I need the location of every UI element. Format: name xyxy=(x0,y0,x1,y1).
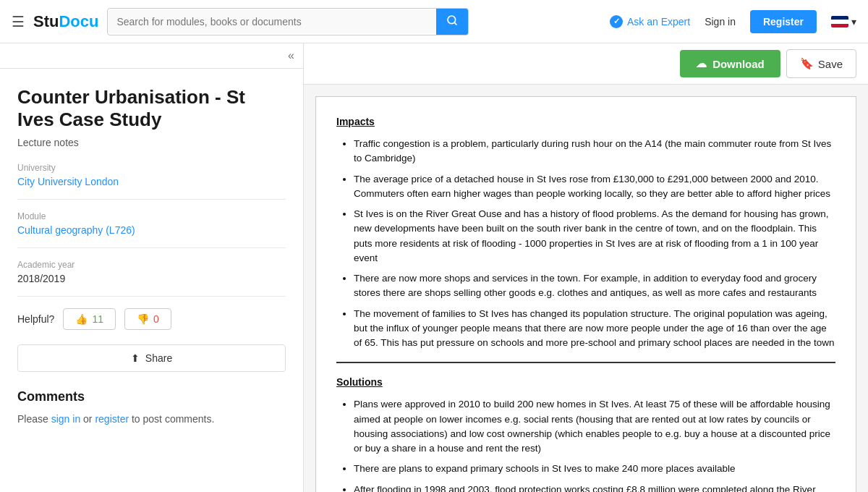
list-item: Traffic congestion is a problem, particu… xyxy=(354,137,835,166)
logo: StuDocu xyxy=(33,12,98,31)
sidebar: « Counter Urbanisation - St Ives Case St… xyxy=(0,43,304,492)
bookmark-icon: 🔖 xyxy=(800,57,814,70)
document-type: Lecture notes xyxy=(17,137,286,148)
list-item: The average price of a detached house in… xyxy=(354,172,835,202)
content-toolbar: ☁ Download 🔖 Save xyxy=(304,43,868,85)
university-value[interactable]: City University London xyxy=(17,176,286,187)
document-title: Counter Urbanisation - St Ives Case Stud… xyxy=(17,86,286,131)
ask-expert-link[interactable]: ✓ Ask an Expert xyxy=(610,15,690,28)
comments-title: Comments xyxy=(17,389,286,404)
register-link-comments[interactable]: register xyxy=(95,413,129,425)
module-value[interactable]: Cultural geography (L726) xyxy=(17,224,286,236)
solutions-title: Solutions xyxy=(336,375,835,390)
sidebar-toolbar: « xyxy=(0,43,303,69)
comments-section: Comments Please sign in or register to p… xyxy=(17,389,286,425)
register-button[interactable]: Register xyxy=(750,10,817,33)
main-layout: « Counter Urbanisation - St Ives Case St… xyxy=(0,43,868,492)
download-button[interactable]: ☁ Download xyxy=(680,50,780,77)
list-item: After flooding in 1998 and 2003, flood p… xyxy=(354,483,835,493)
academic-year-section: Academic year 2018/2019 xyxy=(17,260,286,297)
helpful-label: Helpful? xyxy=(17,313,54,325)
ask-expert-label: Ask an Expert xyxy=(627,16,690,27)
solutions-list: Plans were approved in 2010 to build 200… xyxy=(336,397,835,492)
module-label: Module xyxy=(17,211,286,221)
downvote-button[interactable]: 👎 0 xyxy=(124,308,171,330)
list-item: There are now more shops and services in… xyxy=(354,271,835,301)
academic-year-value: 2018/2019 xyxy=(17,273,286,284)
document-viewer: Impacts Traffic congestion is a problem,… xyxy=(304,85,868,492)
search-button[interactable] xyxy=(436,9,468,35)
sign-in-link-comments[interactable]: sign in xyxy=(51,413,80,425)
save-button[interactable]: 🔖 Save xyxy=(786,49,856,78)
helpful-section: Helpful? 👍 11 👎 0 xyxy=(17,308,286,330)
nav-links: ✓ Ask an Expert Sign in Register ▾ xyxy=(610,10,856,33)
downvote-count: 0 xyxy=(153,313,159,325)
list-item: Plans were approved in 2010 to build 200… xyxy=(354,397,835,456)
comments-text: Please sign in or register to post comme… xyxy=(17,413,286,425)
search-input[interactable] xyxy=(108,10,436,33)
header: ☰ StuDocu ✓ Ask an Expert Sign in Regist… xyxy=(0,0,868,43)
upvote-button[interactable]: 👍 11 xyxy=(63,308,116,330)
list-item: The movement of families to St Ives has … xyxy=(354,307,835,351)
logo-docu: Docu xyxy=(59,12,98,30)
sidebar-content: Counter Urbanisation - St Ives Case Stud… xyxy=(0,69,303,492)
cloud-download-icon: ☁ xyxy=(696,57,707,70)
academic-year-label: Academic year xyxy=(17,260,286,270)
university-label: University xyxy=(17,163,286,173)
university-section: University City University London xyxy=(17,163,286,200)
share-button[interactable]: ⬆ Share xyxy=(17,344,286,372)
search-icon xyxy=(446,14,458,26)
language-selector[interactable]: ▾ xyxy=(831,16,856,27)
impacts-title: Impacts xyxy=(336,114,835,130)
flag-icon xyxy=(831,16,848,27)
thumbs-up-icon: 👍 xyxy=(75,313,88,325)
impacts-list: Traffic congestion is a problem, particu… xyxy=(336,137,835,350)
module-section: Module Cultural geography (L726) xyxy=(17,211,286,248)
list-item: There are plans to expand primary school… xyxy=(354,462,835,476)
hamburger-icon[interactable]: ☰ xyxy=(12,13,25,30)
sign-in-link[interactable]: Sign in xyxy=(705,16,736,27)
share-icon: ⬆ xyxy=(131,352,140,364)
svg-line-1 xyxy=(455,22,457,25)
list-item: St Ives is on the River Great Ouse and h… xyxy=(354,207,835,266)
share-label: Share xyxy=(145,352,172,364)
content-area: ☁ Download 🔖 Save Impacts Traffic conges… xyxy=(304,43,868,492)
collapse-sidebar-button[interactable]: « xyxy=(288,49,294,62)
save-label: Save xyxy=(818,58,843,70)
download-label: Download xyxy=(712,58,765,70)
section-divider xyxy=(336,362,835,363)
search-bar xyxy=(107,8,469,35)
ask-expert-icon: ✓ xyxy=(610,15,623,28)
thumbs-down-icon: 👎 xyxy=(137,313,149,325)
logo-stu: Stu xyxy=(33,12,59,30)
upvote-count: 11 xyxy=(92,313,103,325)
document-page: Impacts Traffic congestion is a problem,… xyxy=(315,96,856,492)
chevron-down-icon: ▾ xyxy=(851,16,856,27)
